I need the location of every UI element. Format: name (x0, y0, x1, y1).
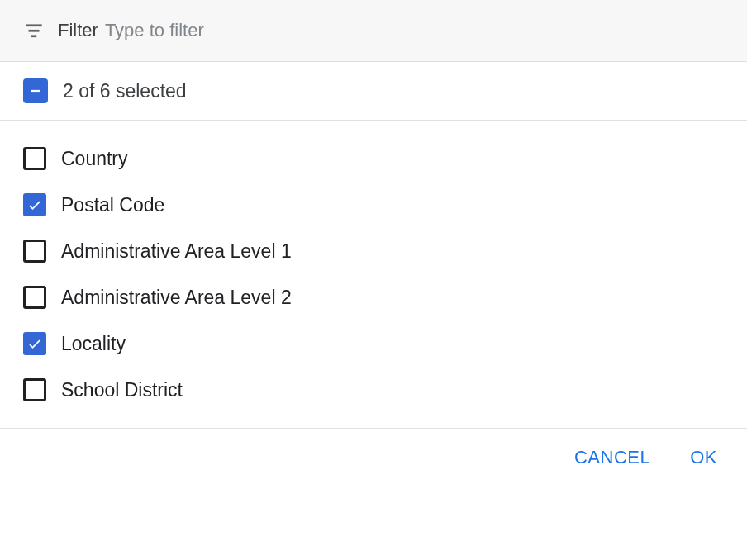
filter-label: Filter (58, 20, 98, 41)
option-label: Administrative Area Level 2 (61, 287, 292, 309)
option-row-country[interactable]: Country (0, 135, 747, 182)
cancel-button[interactable]: CANCEL (574, 447, 650, 468)
filter-icon (23, 20, 45, 41)
filter-input-placeholder[interactable]: Type to filter (105, 20, 204, 41)
checkbox-locality[interactable] (23, 332, 46, 355)
option-label: School District (61, 379, 183, 401)
checkbox-admin-level-1[interactable] (23, 240, 46, 263)
selection-summary-text: 2 of 6 selected (63, 80, 187, 102)
select-all-checkbox[interactable] (23, 78, 48, 103)
checkbox-country[interactable] (23, 147, 46, 170)
checkbox-admin-level-2[interactable] (23, 286, 46, 309)
option-row-admin-level-1[interactable]: Administrative Area Level 1 (0, 228, 747, 274)
filter-bar: Filter Type to filter (0, 0, 747, 62)
checkbox-postal-code[interactable] (23, 193, 46, 216)
dialog-actions: CANCEL OK (0, 429, 747, 486)
option-label: Postal Code (61, 194, 164, 216)
svg-rect-2 (31, 35, 37, 37)
svg-rect-3 (31, 90, 40, 92)
options-list: Country Postal Code Administrative Area … (0, 121, 747, 429)
indeterminate-icon (28, 83, 43, 98)
ok-button[interactable]: OK (690, 447, 717, 468)
option-row-school-district[interactable]: School District (0, 367, 747, 413)
checkmark-icon (26, 335, 43, 352)
option-label: Country (61, 148, 128, 170)
option-row-postal-code[interactable]: Postal Code (0, 182, 747, 228)
select-all-row[interactable]: 2 of 6 selected (0, 62, 747, 121)
svg-rect-1 (29, 30, 40, 32)
option-row-locality[interactable]: Locality (0, 320, 747, 367)
option-row-admin-level-2[interactable]: Administrative Area Level 2 (0, 274, 747, 320)
svg-rect-0 (26, 24, 42, 26)
checkmark-icon (26, 197, 43, 213)
option-label: Administrative Area Level 1 (61, 240, 292, 263)
option-label: Locality (61, 333, 126, 355)
checkbox-school-district[interactable] (23, 378, 46, 401)
